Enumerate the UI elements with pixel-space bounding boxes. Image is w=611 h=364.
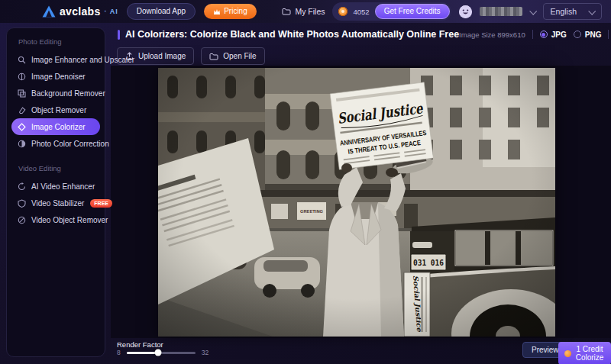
sidebar-item-label: Image Enhancer and Upscaler (31, 56, 134, 64)
divider (532, 30, 533, 39)
contrast-icon (18, 140, 26, 148)
video-enhancer-icon (18, 182, 26, 191)
credit-coin-icon (564, 350, 571, 357)
avclabs-logo[interactable]: avclabs · AI (42, 5, 118, 18)
language-select[interactable]: English (543, 3, 602, 20)
sidebar-item-label: AI Video Enhancer (31, 182, 95, 191)
sidebar-item-label: Image Denoiser (31, 72, 86, 81)
crown-icon (213, 8, 221, 15)
topbar: avclabs · AI Download App Pricing My Fil… (0, 0, 611, 23)
denoise-icon (18, 72, 26, 81)
sidebar-item-photo-color-correction[interactable]: Photo Color Correction (11, 135, 100, 152)
username-redacted[interactable] (480, 7, 522, 16)
sidebar-item-label: Video Object Remover (31, 216, 108, 224)
toolbar: Upload Image Open File (117, 47, 265, 65)
credits-pill[interactable]: 4052 Get Free Credits (332, 2, 451, 21)
free-badge: FREE (90, 199, 112, 208)
sidebar-item-label: Background Remover (31, 89, 105, 98)
open-file-label: Open File (223, 52, 256, 60)
video-object-remover-icon (18, 216, 26, 224)
language-chevron-down-icon (588, 7, 596, 14)
my-files-button[interactable]: My Files (282, 7, 325, 16)
credits-count: 4052 (353, 8, 369, 16)
background-remover-icon (18, 89, 26, 98)
sidebar-item-label: Video Stabilizer (31, 199, 84, 208)
sidebar: Photo Editing Image Enhancer and Upscale… (6, 27, 105, 357)
sidebar-item-ai-video-enhancer[interactable]: AI Video Enhancer (11, 178, 100, 195)
open-file-button[interactable]: Open File (201, 47, 264, 65)
pricing-button[interactable]: Pricing (204, 4, 257, 19)
jpg-radio-icon[interactable] (540, 31, 548, 38)
sidebar-item-background-remover[interactable]: Background Remover (11, 85, 100, 101)
slider-max-label: 32 (202, 349, 209, 356)
render-factor-slider: 8 32 (117, 349, 209, 356)
sidebar-item-image-denoiser[interactable]: Image Denoiser (11, 68, 100, 85)
render-factor-label: Render Factor (117, 340, 163, 349)
image-size-label: Image Size 899x610 (459, 31, 525, 39)
slider-track[interactable] (127, 352, 196, 354)
video-editing-section-label: Video Editing (18, 164, 100, 172)
logo-text: avclabs (60, 5, 100, 18)
get-free-credits-button[interactable]: Get Free Credits (375, 4, 450, 19)
coin-icon (338, 7, 348, 16)
magnifier-icon (18, 56, 26, 64)
sidebar-item-label: Photo Color Correction (31, 140, 109, 148)
upload-image-label: Upload Image (138, 52, 186, 60)
sidebar-item-label: Image Colorizer (31, 123, 86, 131)
sidebar-item-label: Object Remover (31, 106, 86, 114)
logo-ai-suffix: · AI (104, 8, 118, 15)
jpg-radio-option[interactable]: JPG (540, 31, 567, 39)
png-radio-icon[interactable] (574, 31, 581, 38)
jpg-label: JPG (551, 31, 567, 39)
png-label: PNG (585, 31, 602, 39)
chevron-down-icon[interactable] (529, 7, 537, 14)
pricing-label: Pricing (224, 8, 247, 15)
sidebar-item-video-object-remover[interactable]: Video Object Remover (11, 211, 100, 228)
preview-canvas: GREETING (111, 66, 611, 338)
page-title: AI Colorizers: Colorize Black and White … (125, 29, 459, 40)
colorize-label: 1 Credit Colorize (574, 345, 605, 362)
sidebar-item-object-remover[interactable]: Object Remover (11, 101, 100, 118)
sidebar-item-video-stabilizer[interactable]: Video Stabilizer FREE (11, 195, 100, 211)
eraser-icon (18, 106, 26, 114)
bw-photo-preview: GREETING (158, 68, 555, 337)
download-app-button[interactable]: Download App (127, 3, 196, 20)
title-accent-bar (118, 30, 120, 40)
sidebar-item-image-enhancer[interactable]: Image Enhancer and Upscaler (11, 51, 100, 68)
my-files-label: My Files (295, 7, 325, 16)
language-value: English (551, 7, 577, 16)
folder-icon (282, 8, 291, 15)
avatar-face-icon (459, 5, 472, 18)
bw-photo-illustration: GREETING (158, 68, 555, 337)
avatar[interactable] (459, 5, 472, 18)
sidebar-item-image-colorizer[interactable]: Image Colorizer (11, 118, 100, 135)
open-folder-icon (209, 53, 218, 60)
stabilizer-shield-icon (18, 199, 26, 208)
png-radio-option[interactable]: PNG (574, 31, 602, 39)
colorizer-icon (18, 123, 26, 131)
photo-editing-section-label: Photo Editing (18, 37, 100, 46)
avclabs-logo-icon (42, 5, 56, 18)
slider-thumb[interactable] (155, 350, 162, 356)
slider-fill (127, 352, 158, 354)
divider (608, 30, 609, 39)
colorize-button[interactable]: 1 Credit Colorize (558, 342, 611, 364)
main-header: AI Colorizers: Colorize Black and White … (111, 23, 611, 46)
slider-min-label: 8 (117, 349, 121, 356)
